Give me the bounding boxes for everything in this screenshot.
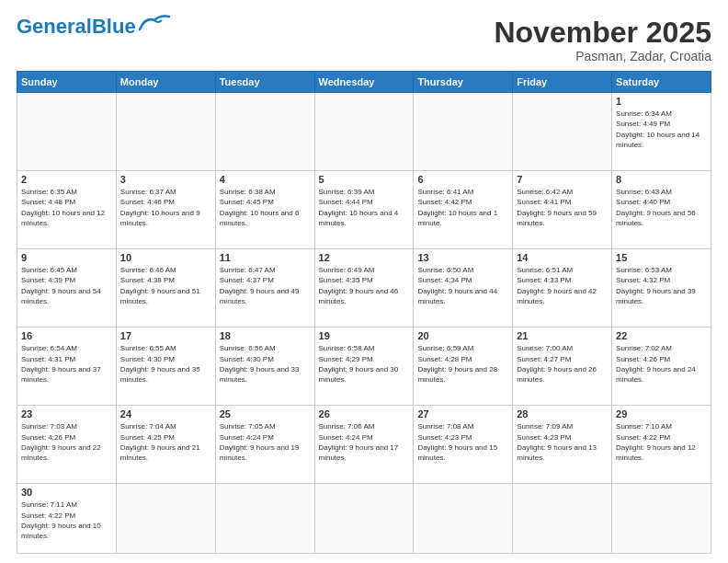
day-info: Sunrise: 6:45 AMSunset: 4:39 PMDaylight:… — [21, 265, 112, 306]
day-info: Sunrise: 6:53 AMSunset: 4:32 PMDaylight:… — [616, 265, 707, 306]
day-number: 26 — [319, 408, 410, 419]
day-22: 22 Sunrise: 7:02 AMSunset: 4:26 PMDaylig… — [612, 327, 711, 406]
day-info: Sunrise: 6:41 AMSunset: 4:42 PMDaylight:… — [417, 187, 508, 228]
logo-text: GeneralBlue — [17, 17, 136, 37]
empty-cell — [17, 93, 117, 171]
day-info: Sunrise: 7:00 AMSunset: 4:27 PMDaylight:… — [517, 343, 608, 385]
header-tuesday: Tuesday — [215, 72, 314, 93]
empty-cell — [513, 93, 612, 171]
day-info: Sunrise: 6:37 AMSunset: 4:46 PMDaylight:… — [120, 187, 211, 228]
day-number: 20 — [417, 330, 508, 341]
day-info: Sunrise: 6:43 AMSunset: 4:40 PMDaylight:… — [616, 187, 707, 228]
empty-cell — [215, 93, 314, 171]
day-15: 15 Sunrise: 6:53 AMSunset: 4:32 PMDaylig… — [612, 249, 711, 327]
empty-cell — [414, 93, 513, 171]
logo: GeneralBlue — [17, 17, 171, 37]
month-title: November 2025 — [494, 17, 711, 49]
empty-cell — [116, 93, 215, 171]
day-number: 3 — [120, 174, 211, 185]
day-number: 9 — [21, 252, 112, 263]
day-3: 3 Sunrise: 6:37 AMSunset: 4:46 PMDayligh… — [116, 171, 215, 249]
day-number: 24 — [120, 408, 211, 419]
day-info: Sunrise: 6:35 AMSunset: 4:48 PMDaylight:… — [21, 187, 112, 228]
empty-cell — [215, 484, 314, 554]
day-25: 25 Sunrise: 7:05 AMSunset: 4:24 PMDaylig… — [215, 406, 314, 484]
day-number: 12 — [319, 252, 410, 263]
day-12: 12 Sunrise: 6:49 AMSunset: 4:35 PMDaylig… — [314, 249, 414, 327]
page: GeneralBlue November 2025 Pasman, Zadar,… — [0, 0, 728, 563]
day-info: Sunrise: 7:08 AMSunset: 4:23 PMDaylight:… — [417, 421, 508, 463]
day-info: Sunrise: 6:58 AMSunset: 4:29 PMDaylight:… — [319, 343, 410, 385]
day-21: 21 Sunrise: 7:00 AMSunset: 4:27 PMDaylig… — [513, 327, 612, 406]
day-number: 30 — [21, 487, 112, 498]
empty-cell — [513, 484, 612, 554]
day-number: 28 — [517, 408, 608, 419]
day-number: 13 — [417, 252, 508, 263]
week-row-6: 30 Sunrise: 7:11 AMSunset: 4:22 PMDaylig… — [17, 484, 711, 554]
day-info: Sunrise: 6:50 AMSunset: 4:34 PMDaylight:… — [417, 265, 508, 306]
day-23: 23 Sunrise: 7:03 AMSunset: 4:26 PMDaylig… — [17, 406, 117, 484]
day-19: 19 Sunrise: 6:58 AMSunset: 4:29 PMDaylig… — [314, 327, 414, 406]
day-info: Sunrise: 7:05 AMSunset: 4:24 PMDaylight:… — [220, 421, 311, 463]
empty-cell — [612, 484, 711, 554]
day-number: 29 — [616, 408, 707, 419]
day-28: 28 Sunrise: 7:09 AMSunset: 4:23 PMDaylig… — [513, 406, 612, 484]
week-row-4: 16 Sunrise: 6:54 AMSunset: 4:31 PMDaylig… — [17, 327, 711, 406]
header-saturday: Saturday — [612, 72, 711, 93]
day-info: Sunrise: 6:39 AMSunset: 4:44 PMDaylight:… — [319, 187, 410, 228]
day-16: 16 Sunrise: 6:54 AMSunset: 4:31 PMDaylig… — [17, 327, 117, 406]
day-number: 17 — [120, 330, 211, 341]
logo-blue: Blue — [92, 15, 136, 38]
day-info: Sunrise: 6:49 AMSunset: 4:35 PMDaylight:… — [319, 265, 410, 306]
day-info: Sunrise: 7:04 AMSunset: 4:25 PMDaylight:… — [120, 421, 211, 463]
day-29: 29 Sunrise: 7:10 AMSunset: 4:22 PMDaylig… — [612, 406, 711, 484]
day-11: 11 Sunrise: 6:47 AMSunset: 4:37 PMDaylig… — [215, 249, 314, 327]
day-info: Sunrise: 6:51 AMSunset: 4:33 PMDaylight:… — [517, 265, 608, 306]
day-30: 30 Sunrise: 7:11 AMSunset: 4:22 PMDaylig… — [17, 484, 117, 554]
day-number: 8 — [616, 174, 707, 185]
day-7: 7 Sunrise: 6:42 AMSunset: 4:41 PMDayligh… — [513, 171, 612, 249]
day-number: 23 — [21, 408, 112, 419]
day-5: 5 Sunrise: 6:39 AMSunset: 4:44 PMDayligh… — [314, 171, 414, 249]
day-26: 26 Sunrise: 7:06 AMSunset: 4:24 PMDaylig… — [314, 406, 414, 484]
day-number: 11 — [220, 252, 311, 263]
day-number: 22 — [616, 330, 707, 341]
day-number: 1 — [616, 96, 707, 107]
day-info: Sunrise: 6:56 AMSunset: 4:30 PMDaylight:… — [220, 343, 311, 385]
day-18: 18 Sunrise: 6:56 AMSunset: 4:30 PMDaylig… — [215, 327, 314, 406]
day-8: 8 Sunrise: 6:43 AMSunset: 4:40 PMDayligh… — [612, 171, 711, 249]
day-14: 14 Sunrise: 6:51 AMSunset: 4:33 PMDaylig… — [513, 249, 612, 327]
day-number: 4 — [220, 174, 311, 185]
day-number: 25 — [220, 408, 311, 419]
day-20: 20 Sunrise: 6:59 AMSunset: 4:28 PMDaylig… — [414, 327, 513, 406]
day-info: Sunrise: 7:10 AMSunset: 4:22 PMDaylight:… — [616, 421, 707, 463]
day-number: 18 — [220, 330, 311, 341]
day-number: 2 — [21, 174, 112, 185]
day-number: 6 — [417, 174, 508, 185]
day-info: Sunrise: 6:34 AM Sunset: 4:49 PM Dayligh… — [616, 109, 707, 150]
title-section: November 2025 Pasman, Zadar, Croatia — [494, 17, 711, 63]
day-number: 27 — [417, 408, 508, 419]
day-number: 15 — [616, 252, 707, 263]
week-row-5: 23 Sunrise: 7:03 AMSunset: 4:26 PMDaylig… — [17, 406, 711, 484]
weekday-header-row: Sunday Monday Tuesday Wednesday Thursday… — [17, 72, 711, 93]
day-9: 9 Sunrise: 6:45 AMSunset: 4:39 PMDayligh… — [17, 249, 117, 327]
day-info: Sunrise: 6:42 AMSunset: 4:41 PMDaylight:… — [517, 187, 608, 228]
day-2: 2 Sunrise: 6:35 AMSunset: 4:48 PMDayligh… — [17, 171, 117, 249]
day-info: Sunrise: 7:02 AMSunset: 4:26 PMDaylight:… — [616, 343, 707, 385]
day-4: 4 Sunrise: 6:38 AMSunset: 4:45 PMDayligh… — [215, 171, 314, 249]
week-row-3: 9 Sunrise: 6:45 AMSunset: 4:39 PMDayligh… — [17, 249, 711, 327]
header-thursday: Thursday — [414, 72, 513, 93]
day-number: 14 — [517, 252, 608, 263]
day-1: 1 Sunrise: 6:34 AM Sunset: 4:49 PM Dayli… — [612, 93, 711, 171]
day-info: Sunrise: 7:09 AMSunset: 4:23 PMDaylight:… — [517, 421, 608, 463]
logo-general: General — [17, 15, 92, 38]
logo-bird-icon — [138, 13, 171, 33]
empty-cell — [116, 484, 215, 554]
day-number: 10 — [120, 252, 211, 263]
day-info: Sunrise: 7:03 AMSunset: 4:26 PMDaylight:… — [21, 421, 112, 463]
day-number: 21 — [517, 330, 608, 341]
header-friday: Friday — [513, 72, 612, 93]
day-info: Sunrise: 6:54 AMSunset: 4:31 PMDaylight:… — [21, 343, 112, 385]
day-info: Sunrise: 7:06 AMSunset: 4:24 PMDaylight:… — [319, 421, 410, 463]
